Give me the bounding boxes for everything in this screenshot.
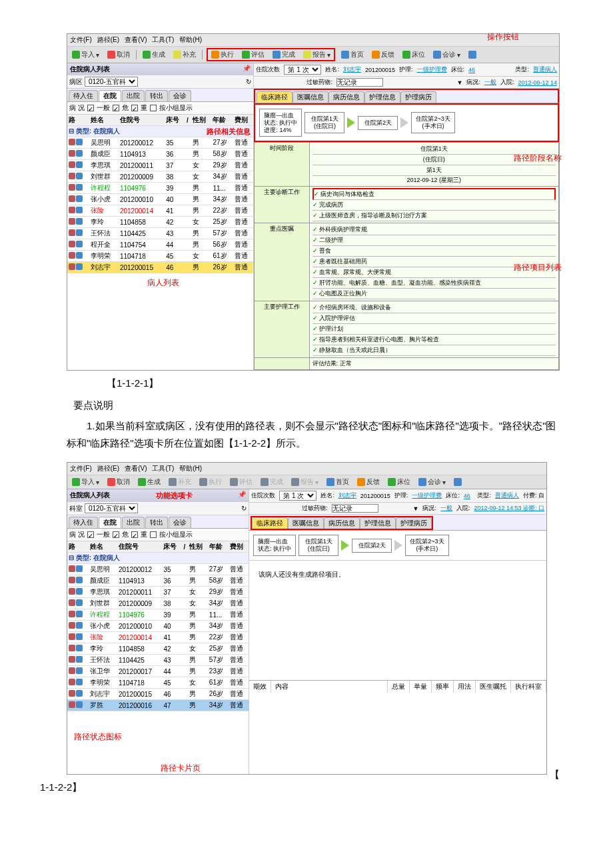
allergy-input[interactable] [332,504,378,513]
table-row[interactable]: 张卫华20120001744男23岁普通 [67,666,249,677]
tab-order[interactable]: 医嘱信息 [293,91,328,103]
table-row[interactable]: 李玲110485842女25岁普通 [67,217,253,228]
btn-execute[interactable]: 执行 [209,49,236,60]
tab-out[interactable]: 出院 [122,90,145,101]
cp-item[interactable]: 患者既往基础用药 [312,257,556,267]
table-row[interactable]: 张险20120001441男22岁普通 [67,205,253,217]
cp-item[interactable]: 完成病历 [312,200,556,211]
table-row[interactable]: 颜成臣110491336男58岁普通 [67,575,249,587]
table-row[interactable]: 刘志宇20120001546男26岁普通 [67,689,249,700]
menu-help[interactable]: 帮助(H) [179,35,202,45]
col-id[interactable]: 住院号 [119,115,165,126]
tab-order[interactable]: 医嘱信息 [288,517,324,529]
phase-2[interactable]: 住院第2天 [352,539,392,553]
tab-record[interactable]: 病历信息 [328,91,364,103]
menu-view[interactable]: 查看(V) [125,35,147,45]
pin-icon[interactable]: 📌 [243,65,251,74]
table-row[interactable]: 张小虎20120001040男34岁普通 [67,194,253,205]
cp-item[interactable]: 血常规、尿常规、大便常规 [312,267,556,278]
tab-nurserec[interactable]: 护理病历 [400,91,436,103]
tab-pending[interactable]: 待入住 [69,90,98,101]
menu-file[interactable]: 文件(F) [70,464,92,473]
table-row[interactable]: 王怀法110442543男57岁普通 [67,228,253,239]
patient-name[interactable]: 刘志宇 [343,65,361,74]
btn-cancel[interactable]: 取消 [105,477,132,487]
table-row[interactable]: 李玲110485842女25岁普通 [67,643,249,655]
cp-item[interactable]: 静脉取血（当天或此日晨） [312,345,556,356]
cp-item[interactable]: 肝肾功能、电解质、血糖、血型、凝血功能、感染性疾病筛查 [312,278,556,289]
table-row[interactable]: 吴思明20120001235男27岁普通 [67,564,249,575]
table-row[interactable]: 刘志宇20120001546男26岁普通 [67,262,253,273]
pin-icon[interactable]: 📌 [238,491,246,501]
table-row[interactable]: 王怀法110442543男57岁普通 [67,655,249,666]
phase-1[interactable]: 住院第1天(住院日) [299,535,338,556]
menu-tool[interactable]: 工具(T) [152,35,174,45]
tab-nurserec[interactable]: 护理病历 [396,517,432,529]
table-row[interactable]: 罗胜20120001647男34岁普通 [67,700,249,711]
menu-file[interactable]: 文件(F) [70,35,92,45]
table-row[interactable]: 许程程110497639男11...普通 [67,183,253,194]
col-sex[interactable]: 性别 [191,115,212,126]
btn-feedback[interactable]: 反馈 [355,477,382,487]
btn-help[interactable] [452,477,464,487]
btn-consult[interactable]: 会诊▾ [431,49,462,60]
cp-item[interactable]: 外科疾病护理常规 [312,225,556,235]
btn-bed[interactable]: 床位 [400,49,427,60]
tab-consult[interactable]: 会诊 [169,90,191,101]
phase-3[interactable]: 住院第2~3天(手术日) [411,112,454,133]
col-name[interactable]: 姓名 [89,115,119,126]
tab-cp[interactable]: 临床路径 [252,517,288,529]
btn-report[interactable]: 报告▾ [301,49,332,60]
menu-path[interactable]: 路径(E) [97,464,119,473]
table-row[interactable]: 刘世群20120000938女34岁普通 [67,171,253,183]
cb-group[interactable] [150,105,157,111]
table-row[interactable]: 张险20120001441男22岁普通 [67,632,249,643]
cp-item[interactable]: 二级护理 [312,235,556,246]
tab-out[interactable]: 出院 [122,517,145,528]
btn-generate[interactable]: 生成 [141,49,167,60]
tab-pending[interactable]: 待入住 [69,517,98,528]
col-fee[interactable]: 费别 [233,115,254,126]
tab-cp[interactable]: 临床路径 [257,91,293,103]
cp-item[interactable]: 护理计划 [312,324,556,335]
ward-select[interactable]: 0120-五官科 [85,77,138,87]
table-row[interactable]: 李明荣110471845女61岁普通 [67,251,253,262]
btn-bed[interactable]: 床位 [386,477,412,487]
table-row[interactable]: 刘世群20120000938女34岁普通 [67,598,249,609]
col-path[interactable]: 路 [67,115,89,126]
cp-item[interactable]: 普食 [312,246,556,257]
cb-general[interactable]: ✓ [87,105,94,111]
tab-record[interactable]: 病历信息 [324,517,360,529]
cp-item[interactable]: 介绍病房环境、设施和设备 [312,303,556,313]
tab-transfer[interactable]: 转出 [145,90,168,101]
phase-3[interactable]: 住院第2~3天(手术日) [405,535,448,556]
phase-2[interactable]: 住院第2天 [358,116,398,130]
visits-select[interactable]: 第 1 次 [284,65,321,75]
table-row[interactable]: 李思琪20120001137女29岁普通 [67,587,249,598]
table-row[interactable]: 吴思明20120001235男27岁普通 [67,137,253,149]
table-row[interactable]: 颜成臣110491336男58岁普通 [67,149,253,160]
cp-item[interactable]: 入院护理评估 [312,313,556,324]
col-ud[interactable]: / [185,115,191,126]
col-bed[interactable]: 床号 [165,115,185,126]
tab-nurse[interactable]: 护理信息 [360,517,396,529]
cb-heavy[interactable]: ✓ [131,105,138,111]
cp-item[interactable]: 病史询问与体格检查 [312,188,556,200]
menu-tool[interactable]: 工具(T) [152,464,174,473]
refresh-icon[interactable]: ↻ [241,505,247,512]
cp-item[interactable]: 上级医师查房，指导诊断及制订治疗方案 [312,211,556,221]
table-row[interactable]: 张小虎20120001040男34岁普通 [67,621,249,632]
allergy-input[interactable] [336,78,383,87]
tab-in[interactable]: 在院 [99,90,121,101]
menu-path[interactable]: 路径(E) [97,35,119,45]
btn-import[interactable]: 导入▾ [70,477,101,487]
visits-select[interactable]: 第 1 次 [279,491,316,501]
btn-supplement[interactable]: 补充 [171,49,198,60]
phase-1[interactable]: 住院第1天(住院日) [305,112,344,133]
col-age[interactable]: 年龄 [211,115,233,126]
table-row[interactable]: 李思琪20120001137女29岁普通 [67,160,253,171]
ward-select[interactable]: 0120-五官科 [85,503,138,513]
cp-item[interactable]: 指导患者到相关科室进行心电图、胸片等检查 [312,335,556,345]
table-row[interactable]: 李明荣110471845女61岁普通 [67,677,249,689]
btn-evaluate[interactable]: 评估 [240,49,267,60]
